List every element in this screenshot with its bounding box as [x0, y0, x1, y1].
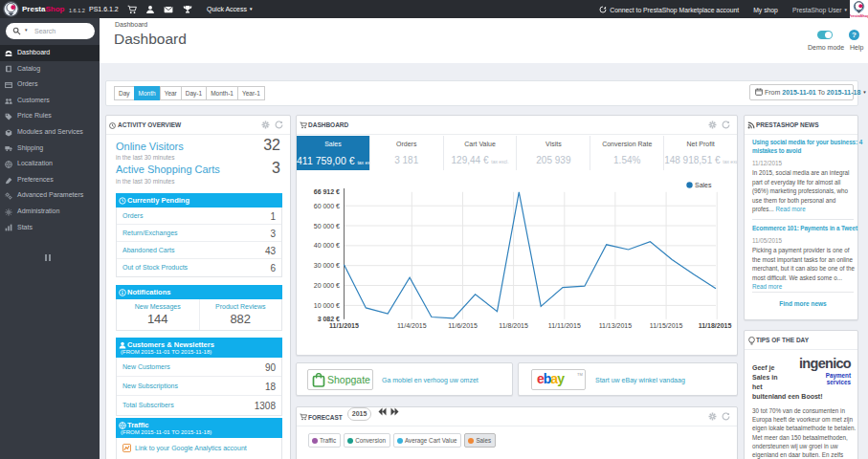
svg-text:40 000 €: 40 000 € [314, 242, 340, 249]
svg-text:11/11/2015: 11/11/2015 [548, 322, 581, 329]
svg-text:11/13/2015: 11/13/2015 [599, 322, 633, 329]
svg-text:66 912 €: 66 912 € [314, 188, 340, 195]
svg-text:11/1/2015: 11/1/2015 [329, 322, 359, 329]
svg-text:30 000 €: 30 000 € [314, 262, 340, 269]
svg-text:60 000 €: 60 000 € [314, 203, 340, 209]
svg-text:PrestaShop: PrestaShop [850, 13, 868, 18]
svg-text:Sales: Sales [695, 182, 712, 188]
svg-text:11/8/2015: 11/8/2015 [499, 322, 528, 329]
svg-text:50 000 €: 50 000 € [314, 223, 340, 230]
svg-text:10 000 €: 10 000 € [314, 302, 340, 309]
svg-text:20 000 €: 20 000 € [314, 282, 340, 289]
svg-text:11/6/2015: 11/6/2015 [448, 322, 478, 329]
svg-text:11/4/2015: 11/4/2015 [397, 322, 427, 329]
svg-text:11/18/2015: 11/18/2015 [699, 322, 732, 329]
svg-text:11/15/2015: 11/15/2015 [650, 322, 683, 329]
